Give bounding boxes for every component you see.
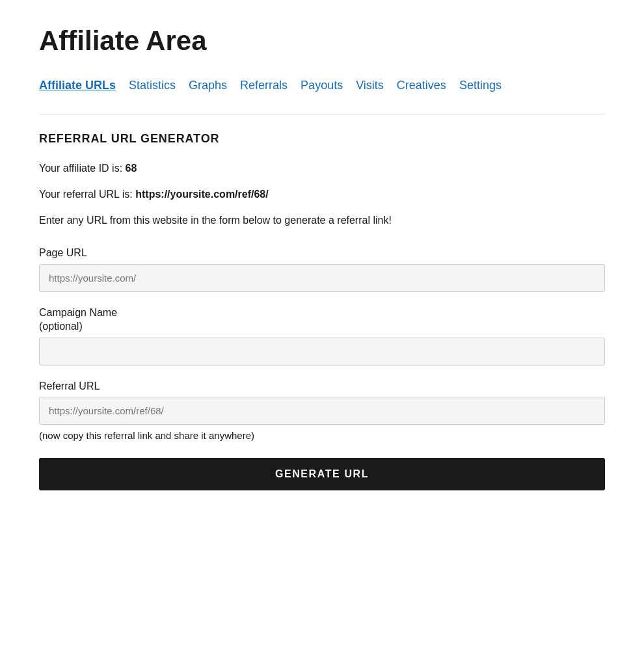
page-url-input[interactable] [39, 264, 605, 292]
nav-tab-settings[interactable]: Settings [459, 77, 502, 96]
description-text: Enter any URL from this website in the f… [39, 213, 605, 228]
nav-tab-visits[interactable]: Visits [356, 77, 384, 96]
affiliate-id-text: Your affiliate ID is: 68 [39, 161, 605, 176]
referral-url-hint: (now copy this referral link and share i… [39, 429, 605, 444]
referral-url-text: Your referral URL is: https://yoursite.c… [39, 187, 605, 202]
page-container: Affiliate Area Affiliate URLsStatisticsG… [0, 0, 644, 529]
referral-url-input[interactable] [39, 397, 605, 425]
page-url-group: Page URL [39, 246, 605, 292]
referral-url-value: https://yoursite.com/ref/68/ [135, 189, 269, 200]
affiliate-id-value: 68 [126, 163, 137, 174]
nav-tab-payouts[interactable]: Payouts [301, 77, 343, 96]
nav-tab-creatives[interactable]: Creatives [397, 77, 446, 96]
referral-url-group: Referral URL (now copy this referral lin… [39, 380, 605, 444]
page-title: Affiliate Area [39, 26, 605, 56]
campaign-name-label: Campaign Name(optional) [39, 306, 605, 334]
section-title: REFERRAL URL GENERATOR [39, 130, 605, 148]
nav-tab-affiliate-urls[interactable]: Affiliate URLs [39, 77, 116, 96]
campaign-name-input[interactable] [39, 338, 605, 366]
nav-tab-referrals[interactable]: Referrals [240, 77, 288, 96]
generate-url-button[interactable]: GENERATE URL [39, 458, 605, 490]
referral-url-label: Your referral URL is: [39, 189, 135, 200]
referral-url-field-label: Referral URL [39, 380, 605, 393]
nav-divider [39, 114, 605, 114]
campaign-name-group: Campaign Name(optional) [39, 306, 605, 366]
affiliate-id-label: Your affiliate ID is: [39, 163, 126, 174]
nav-tab-graphs[interactable]: Graphs [189, 77, 227, 96]
nav-tab-statistics[interactable]: Statistics [129, 77, 176, 96]
page-url-label: Page URL [39, 246, 605, 260]
nav-tabs: Affiliate URLsStatisticsGraphsReferralsP… [39, 77, 605, 96]
